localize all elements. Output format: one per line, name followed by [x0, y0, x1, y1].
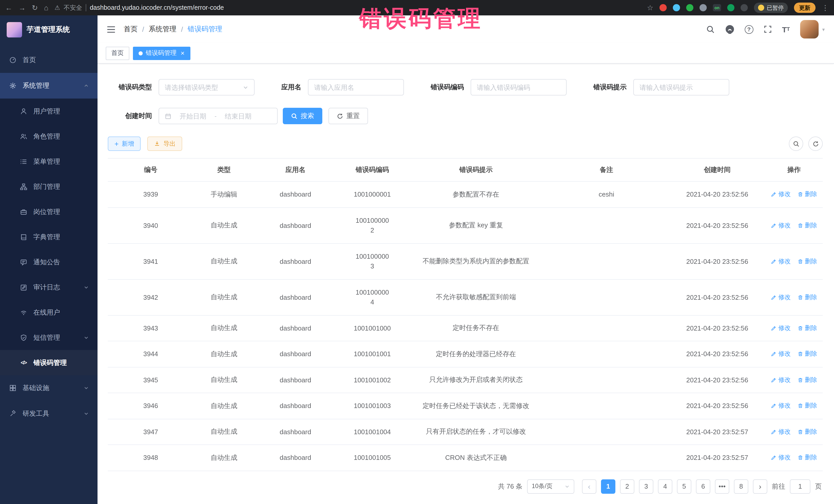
browser-update-button[interactable]: 更新 [794, 3, 815, 13]
page-button[interactable]: 4 [658, 479, 672, 494]
bookmark-star-icon[interactable]: ☆ [647, 4, 653, 11]
page-button[interactable]: 8 [734, 479, 748, 494]
edit-link[interactable]: 修改 [771, 293, 791, 302]
sidebar-item-sms[interactable]: 短信管理 [0, 325, 97, 350]
header-hint: 错误码提示 [408, 158, 544, 181]
edit-link[interactable]: 修改 [771, 428, 791, 436]
delete-link[interactable]: 删除 [797, 324, 817, 333]
extension-icon-blue[interactable] [673, 4, 680, 11]
extension-icon-red[interactable] [659, 4, 667, 11]
breadcrumb-home[interactable]: 首页 [124, 25, 137, 34]
edit-link[interactable]: 修改 [771, 376, 791, 385]
delete-link[interactable]: 删除 [797, 190, 817, 199]
app-name-field[interactable] [308, 79, 404, 95]
profile-paused-chip[interactable]: 已暂停 [754, 3, 788, 13]
goto-page-input[interactable] [790, 479, 810, 494]
date-range-picker[interactable]: - [159, 108, 278, 124]
delete-link[interactable]: 删除 [797, 428, 817, 436]
sidebar-item-audit-log[interactable]: 审计日志 [0, 275, 97, 300]
page-button[interactable]: 1 [601, 479, 615, 494]
home-icon[interactable]: ⌂ [44, 4, 48, 11]
tag-error-code[interactable]: 错误码管理 × [133, 46, 190, 60]
refresh-icon[interactable] [808, 136, 823, 151]
cell-code: 1001001001 [336, 341, 408, 367]
export-button[interactable]: 导出 [147, 136, 182, 151]
pagination: 共 76 条 10条/页 ‹ 1 2 [108, 479, 823, 494]
error-type-select-input[interactable] [165, 83, 240, 91]
sidebar-item-notices[interactable]: 通知公告 [0, 249, 97, 275]
user-menu[interactable]: ▾ [800, 20, 825, 39]
edit-link[interactable]: 修改 [771, 324, 791, 333]
sidebar-item-system[interactable]: 系统管理 [0, 73, 97, 98]
back-icon[interactable]: ← [5, 4, 12, 11]
edit-link[interactable]: 修改 [771, 221, 791, 230]
error-hint-field[interactable] [633, 79, 729, 95]
sidebar-collapse-icon[interactable] [107, 25, 115, 33]
delete-link[interactable]: 删除 [797, 401, 817, 410]
end-date-input[interactable] [220, 112, 257, 120]
sidebar-item-infrastructure[interactable]: 基础设施 [0, 375, 97, 401]
cell-code: 100100000 3 [336, 243, 408, 279]
next-page-button[interactable]: › [753, 479, 767, 494]
extension-badge-on[interactable]: on [713, 4, 721, 11]
sidebar-item-dictionary[interactable]: 字典管理 [0, 224, 97, 249]
font-size-icon[interactable]: TT [782, 25, 790, 33]
edit-link[interactable]: 修改 [771, 257, 791, 266]
show-search-icon[interactable] [789, 136, 803, 151]
sidebar-item-online-users[interactable]: 在线用户 [0, 300, 97, 325]
reset-button[interactable]: 重置 [328, 108, 368, 124]
page-button[interactable]: 3 [639, 479, 653, 494]
forward-icon[interactable]: → [19, 4, 26, 11]
search-icon[interactable] [706, 25, 715, 34]
sidebar-item-devtools[interactable]: 研发工具 [0, 401, 97, 426]
page-button[interactable]: 6 [696, 479, 710, 494]
sidebar-item-roles[interactable]: 角色管理 [0, 124, 97, 149]
delete-link[interactable]: 删除 [797, 221, 817, 230]
delete-link[interactable]: 删除 [797, 454, 817, 462]
header-actions: ? TT ▾ [706, 20, 825, 39]
edit-link[interactable]: 修改 [771, 401, 791, 410]
sidebar-item-posts[interactable]: 岗位管理 [0, 199, 97, 224]
sidebar-item-home[interactable]: 首页 [0, 47, 97, 73]
extension-icon-leaf[interactable] [727, 4, 734, 11]
chevron-down-icon [84, 285, 89, 290]
help-icon[interactable]: ? [744, 25, 753, 34]
error-code-field[interactable] [470, 79, 567, 95]
close-icon[interactable]: × [181, 50, 184, 57]
error-hint-input[interactable] [639, 83, 723, 91]
fullscreen-icon[interactable] [764, 25, 772, 34]
page-button[interactable]: 5 [677, 479, 691, 494]
table-row: 3947 自动生成 dashboard 1001001004 只有开启状态的任务… [108, 419, 823, 445]
prev-page-button[interactable]: ‹ [582, 479, 596, 494]
sidebar-item-departments[interactable]: 部门管理 [0, 174, 97, 199]
delete-link[interactable]: 删除 [797, 350, 817, 358]
delete-link[interactable]: 删除 [797, 293, 817, 302]
edit-link[interactable]: 修改 [771, 190, 791, 199]
github-icon[interactable] [725, 25, 734, 34]
page-button[interactable]: 2 [620, 479, 634, 494]
sidebar-item-users[interactable]: 用户管理 [0, 98, 97, 124]
browser-menu-icon[interactable]: ⋮ [822, 4, 829, 11]
delete-link[interactable]: 删除 [797, 257, 817, 266]
error-code-input[interactable] [477, 83, 561, 91]
reload-icon[interactable]: ↻ [32, 4, 38, 11]
error-type-select[interactable] [159, 79, 255, 95]
breadcrumb-system[interactable]: 系统管理 [149, 25, 177, 34]
start-date-input[interactable] [175, 112, 212, 120]
delete-link[interactable]: 删除 [797, 376, 817, 385]
edit-link[interactable]: 修改 [771, 454, 791, 462]
sidebar-item-error-code[interactable]: </> 错误码管理 [0, 350, 97, 375]
search-button[interactable]: 搜索 [283, 108, 322, 124]
address-bar[interactable]: ⚠ 不安全 dashboard.yudao.iocoder.cn/system/… [54, 3, 640, 12]
app-name-input[interactable] [314, 83, 398, 91]
extension-icon-green[interactable] [686, 4, 694, 11]
extension-icon-paw[interactable] [741, 4, 748, 11]
sidebar-item-menus[interactable]: 菜单管理 [0, 149, 97, 174]
add-button[interactable]: + 新增 [108, 136, 140, 151]
page-button[interactable]: ••• [715, 479, 729, 494]
puzzle-extensions-icon[interactable] [700, 4, 707, 11]
edit-link[interactable]: 修改 [771, 350, 791, 358]
tag-home[interactable]: 首页 [106, 46, 129, 60]
page-size-select[interactable]: 10条/页 [527, 479, 574, 494]
sidebar-logo[interactable]: 芋道管理系统 [0, 15, 97, 44]
